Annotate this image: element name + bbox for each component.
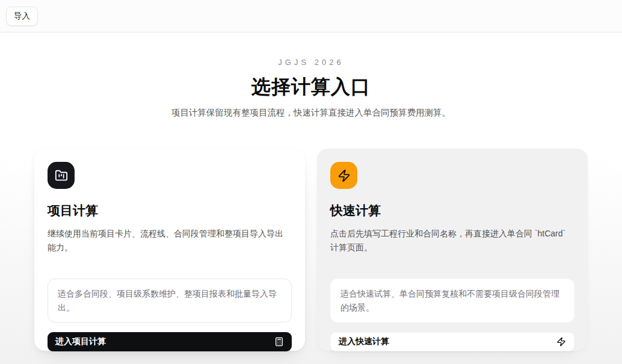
project-card-note: 适合多合同段、项目级系数维护、整项目报表和批量导入导出。	[48, 279, 292, 322]
enter-project-calculation-button[interactable]: 进入项目计算	[48, 332, 292, 351]
import-button[interactable]: 导入	[6, 7, 38, 26]
quick-card-title: 快速计算	[330, 202, 574, 219]
enter-quick-calculation-label: 进入快速计算	[339, 336, 389, 347]
page-title: 选择计算入口	[34, 74, 588, 100]
page-subtitle: 项目计算保留现有整项目流程，快速计算直接进入单合同预算费用测算。	[34, 107, 588, 119]
project-calculation-card: 项目计算 继续使用当前项目卡片、流程线、合同段管理和整项目导入导出能力。 适合多…	[34, 149, 305, 351]
enter-quick-calculation-button[interactable]: 进入快速计算	[330, 332, 574, 351]
entry-cards: 项目计算 继续使用当前项目卡片、流程线、合同段管理和整项目导入导出能力。 适合多…	[34, 149, 588, 351]
project-card-title: 项目计算	[48, 202, 292, 219]
folder-kanban-icon	[48, 162, 75, 189]
quick-card-description: 点击后先填写工程行业和合同名称，再直接进入单合同 `htCard` 计算页面。	[330, 227, 571, 254]
main-content: JGJS 2026 选择计算入口 项目计算保留现有整项目流程，快速计算直接进入单…	[34, 58, 588, 351]
zap-icon	[556, 337, 566, 347]
top-bar: 导入	[0, 0, 622, 32]
quick-card-note: 适合快速试算、单合同预算复核和不需要项目级合同段管理的场景。	[330, 279, 574, 322]
project-card-description: 继续使用当前项目卡片、流程线、合同段管理和整项目导入导出能力。	[48, 227, 288, 254]
quick-calculation-card: 快速计算 点击后先填写工程行业和合同名称，再直接进入单合同 `htCard` 计…	[317, 149, 588, 351]
enter-project-calculation-label: 进入项目计算	[55, 336, 106, 347]
zap-icon	[330, 162, 357, 189]
brand-eyebrow: JGJS 2026	[34, 58, 588, 67]
calculator-icon	[274, 337, 284, 347]
